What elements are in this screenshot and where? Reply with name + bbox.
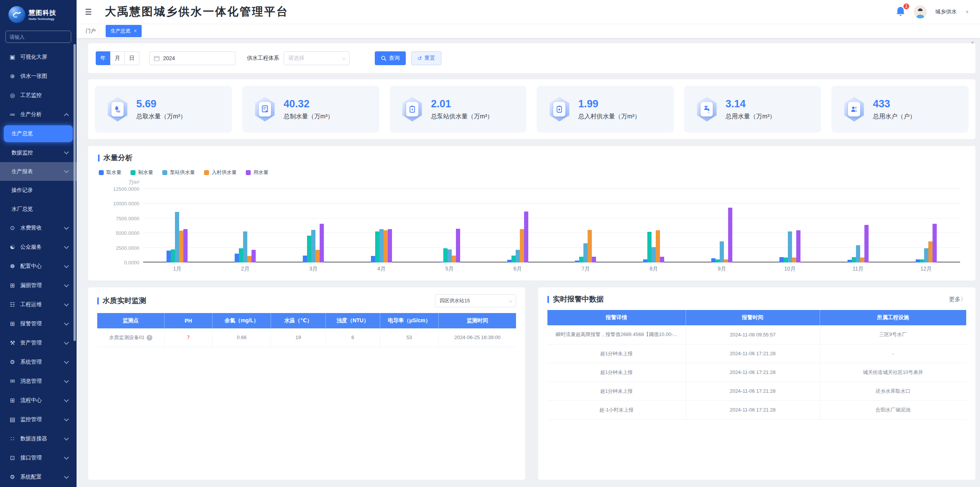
bar-production[interactable] [307,236,311,262]
sidebar-item-water-map[interactable]: ⊕供水一张图 [0,67,77,86]
sidebar-item-message-mgmt[interactable]: ✉消息管理 [0,372,77,391]
bar-pump-supply[interactable] [175,212,179,262]
more-link[interactable]: 更多〉 [949,296,966,303]
bar-usage[interactable] [728,208,732,262]
bar-pump-supply[interactable] [379,229,384,262]
sidebar-item-data-monitor[interactable]: 数据监控 [0,143,77,162]
close-tab-icon[interactable]: × [134,28,137,34]
current-user-name[interactable]: 城乡供水 [935,8,957,15]
bar-production[interactable] [171,249,175,262]
table-row[interactable]: 瞬时流量超高限报警，报警值2689.4568【阈值10.00-...2024-1… [547,325,966,344]
sidebar-item-production-overview[interactable]: 生产总览 [4,125,73,142]
bar-village-supply[interactable] [656,230,660,262]
sidebar-item-process-monitor[interactable]: ◎工艺监控 [0,86,77,105]
bar-intake[interactable] [916,259,920,262]
sidebar-item-system-config[interactable]: ⚙系统配置 [0,467,77,487]
bar-production[interactable] [715,259,720,262]
bar-pump-supply[interactable] [243,231,247,262]
sidebar-item-config-center[interactable]: ☸配置中心 [0,257,77,276]
bar-intake[interactable] [439,262,443,262]
station-select[interactable]: 四区供水站15 [435,294,516,307]
table-row[interactable]: 超1分钟未上报2024-11-06 17:21:28- [547,344,966,363]
bar-usage[interactable] [796,230,800,262]
bar-pump-supply[interactable] [448,249,452,262]
help-icon[interactable]: ? [147,335,152,341]
bar-village-supply[interactable] [179,231,183,262]
bar-village-supply[interactable] [520,229,524,262]
bar-usage[interactable] [252,250,256,262]
sidebar-item-production-analysis[interactable]: ≔生产分析 [0,105,77,124]
bar-intake[interactable] [643,259,647,262]
bar-pump-supply[interactable] [583,243,588,262]
sidebar-item-public-service[interactable]: ☯公众服务 [0,238,77,257]
sidebar-item-alarm-mgmt[interactable]: ⊞报警管理 [0,314,77,333]
bar-usage[interactable] [320,224,324,262]
tab-list-caret-icon[interactable]: ▼ [970,40,975,45]
sidebar-item-billing[interactable]: ⊙水费营收 [0,218,77,238]
bar-village-supply[interactable] [247,256,252,262]
bar-usage[interactable] [456,229,460,262]
bar-usage[interactable] [592,257,596,262]
tab-生产总览[interactable]: 生产总览× [106,25,142,37]
legend-item-village-supply[interactable]: 入村供水量 [204,169,237,176]
bar-intake[interactable] [167,251,171,262]
legend-item-intake[interactable]: 取水量 [99,169,121,176]
sidebar-scrollbar[interactable] [74,44,76,341]
search-button[interactable]: 查询 [375,51,406,65]
legend-item-production[interactable]: 制水量 [131,169,153,176]
bar-production[interactable] [239,248,243,262]
table-row[interactable]: 水质监测设备01?70.66196532024-06-25 16:39:00 [97,328,516,347]
bar-production[interactable] [852,257,856,262]
bar-intake[interactable] [779,257,784,262]
bar-production[interactable] [647,232,652,262]
bar-pump-supply[interactable] [924,248,928,262]
bar-production[interactable] [920,259,924,262]
period-button-月[interactable]: 月 [110,51,125,65]
table-row[interactable]: 超1分钟未上报2024-11-06 17:21:28城关街道城关社区10号表井 [547,363,966,382]
bar-production[interactable] [375,231,379,262]
bar-intake[interactable] [235,254,239,262]
bar-village-supply[interactable] [452,256,456,262]
sidebar-item-monitor-mgmt[interactable]: ▤监控管理 [0,410,77,429]
collapse-sidebar-icon[interactable]: ☰ [85,7,92,16]
bar-usage[interactable] [183,229,188,262]
bar-pump-supply[interactable] [516,250,520,262]
sidebar-item-leakage-mgmt[interactable]: ⊞漏损管理 [0,276,77,295]
bar-village-supply[interactable] [928,241,933,262]
legend-item-pump-supply[interactable]: 泵站供水量 [162,169,195,176]
bar-pump-supply[interactable] [720,241,724,262]
bar-intake[interactable] [507,260,511,262]
bar-usage[interactable] [524,212,528,262]
notification-bell-icon[interactable]: 1 [896,6,905,18]
sidebar-item-bigscreen[interactable]: ▣可视化大屏 [0,48,77,67]
table-row[interactable]: 超1分钟未上报2024-11-06 17:21:28还乡水库取水口 [547,382,966,400]
bar-usage[interactable] [388,229,392,262]
bar-usage[interactable] [933,224,937,262]
bar-production[interactable] [443,248,448,262]
bar-pump-supply[interactable] [311,230,315,262]
bar-production[interactable] [511,256,516,262]
bar-pump-supply[interactable] [652,247,656,262]
bar-production[interactable] [784,257,788,262]
bar-intake[interactable] [371,256,375,262]
period-button-日[interactable]: 日 [125,51,139,65]
bar-intake[interactable] [575,261,579,262]
sidebar-item-workflow-center[interactable]: ⊞流程中心 [0,391,77,410]
table-row[interactable]: 超-1小时未上报2024-11-06 17:21:28合阳水厂储泥池 [547,400,966,419]
bar-intake[interactable] [303,256,307,262]
sidebar-item-data-connector[interactable]: ∷数据连接器 [0,429,77,448]
user-menu-caret-icon[interactable]: ▼ [965,10,969,14]
bar-village-supply[interactable] [860,257,864,262]
bar-village-supply[interactable] [315,250,320,262]
bar-intake[interactable] [848,260,852,262]
reset-button[interactable]: ↺ 重置 [411,51,441,65]
sidebar-item-asset-mgmt[interactable]: ⚒资产管理 [0,333,77,353]
bar-production[interactable] [579,257,583,262]
tab-门户[interactable]: 门户 [86,28,96,34]
bar-pump-supply[interactable] [788,231,792,262]
bar-intake[interactable] [711,258,715,262]
period-button-年[interactable]: 年 [96,51,110,65]
bar-village-supply[interactable] [724,259,728,262]
bar-pump-supply[interactable] [856,245,860,262]
sidebar-item-system-mgmt[interactable]: ⚙系统管理 [0,353,77,372]
